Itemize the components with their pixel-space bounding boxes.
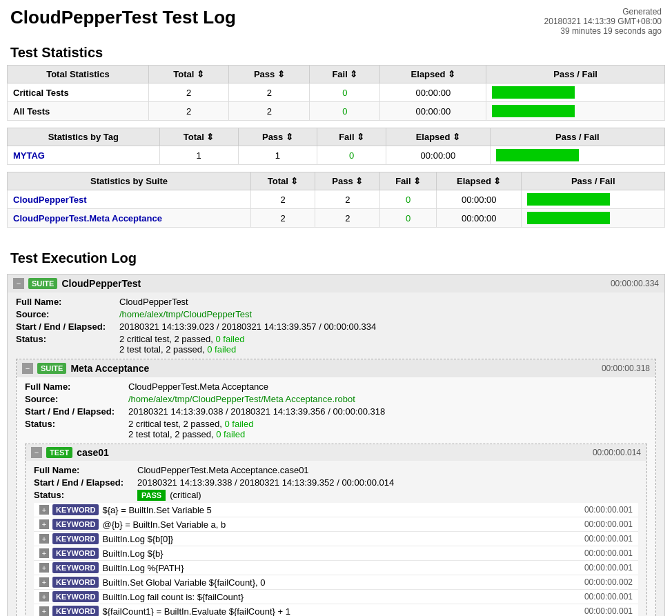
- suite-stats-table: Statistics by Suite Total ⇕ Pass ⇕ Fail …: [7, 172, 665, 228]
- row-total: 2: [250, 209, 315, 228]
- keyword-expand-btn[interactable]: +: [39, 563, 49, 573]
- keyword-row[interactable]: + KEYWORD BuiltIn.Log ${b} 00:00:00.001: [34, 546, 638, 561]
- row-name: MYTAG: [8, 146, 160, 165]
- nested-suite-status-value: 2 critical test, 2 passed, 0 failed 2 te…: [128, 419, 253, 439]
- keyword-left: + KEYWORD BuiltIn.Log fail count is: ${f…: [39, 591, 244, 602]
- keyword-expand-btn[interactable]: +: [39, 577, 49, 587]
- keyword-text: BuiltIn.Log fail count is: ${failCount}: [102, 592, 244, 602]
- keyword-left: + KEYWORD ${a} = BuiltIn.Set Variable 5: [39, 504, 212, 515]
- test-fullname-row: Full Name: CloudPepperTest.Meta Acceptan…: [34, 465, 638, 475]
- keyword-left: + KEYWORD BuiltIn.Log ${b[0]}: [39, 533, 173, 544]
- test-badge: TEST: [46, 447, 72, 458]
- test-status-label: Status:: [34, 490, 137, 500]
- nested-total-failed: 0 failed: [216, 429, 245, 439]
- nested-suite-header-left: − SUITE Meta Acceptance: [22, 363, 149, 374]
- nested-suite-collapse-btn[interactable]: −: [22, 363, 33, 374]
- total-stats-header: Total Statistics: [8, 66, 149, 83]
- outer-suite-header[interactable]: − SUITE CloudPepperTest 00:00:00.334: [8, 275, 664, 292]
- nested-elapsed-label: Start / End / Elapsed:: [25, 406, 128, 417]
- row-passfail-bar: [522, 209, 665, 228]
- row-passfail-bar: [486, 83, 665, 102]
- test-statistics-title: Test Statistics: [0, 39, 672, 65]
- keyword-row[interactable]: + KEYWORD ${failCount1} = BuiltIn.Evalua…: [34, 604, 638, 616]
- table-row: CloudPepperTest 2 2 0 00:00:00: [8, 190, 665, 209]
- nested-suite-fullname-value: CloudPepperTest.Meta Acceptance: [128, 381, 268, 392]
- test-collapse-btn[interactable]: −: [31, 447, 42, 458]
- keyword-left: + KEYWORD @{b} = BuiltIn.Set Variable a,…: [39, 519, 226, 530]
- total-stats-table: Total Statistics Total ⇕ Pass ⇕ Fail ⇕ E…: [7, 65, 665, 121]
- table-row: CloudPepperTest.Meta Acceptance 2 2 0 00…: [8, 209, 665, 228]
- keyword-time: 00:00:00.001: [584, 548, 633, 558]
- outer-suite-name: CloudPepperTest: [61, 278, 141, 289]
- keyword-expand-btn[interactable]: +: [39, 534, 49, 544]
- keyword-row[interactable]: + KEYWORD BuiltIn.Log ${b[0]} 00:00:00.0…: [34, 532, 638, 546]
- row-passfail-bar: [490, 146, 664, 165]
- generated-datetime: 20180321 14:13:39 GMT+08:00: [544, 17, 662, 26]
- fullname-label: Full Name:: [16, 297, 119, 307]
- outer-suite-source-link[interactable]: /home/alex/tmp/CloudPepperTest: [119, 309, 252, 319]
- row-elapsed: 00:00:00: [437, 209, 522, 228]
- keyword-time: 00:00:00.001: [584, 592, 633, 602]
- outer-suite-block: − SUITE CloudPepperTest 00:00:00.334 Ful…: [7, 274, 665, 616]
- keyword-text: BuiltIn.Log %{PATH}: [102, 563, 184, 573]
- outer-suite-collapse-btn[interactable]: −: [13, 278, 24, 289]
- row-elapsed: 00:00:00: [437, 190, 522, 209]
- tag-link[interactable]: MYTAG: [13, 150, 45, 161]
- keyword-expand-btn[interactable]: +: [39, 519, 49, 529]
- keyword-badge: KEYWORD: [52, 562, 99, 573]
- keyword-badge: KEYWORD: [52, 519, 99, 530]
- keyword-expand-btn[interactable]: +: [39, 592, 49, 602]
- suite-link[interactable]: CloudPepperTest: [13, 195, 87, 205]
- stats-container: Total Statistics Total ⇕ Pass ⇕ Fail ⇕ E…: [0, 65, 672, 245]
- keyword-left: + KEYWORD BuiltIn.Log ${b}: [39, 548, 164, 559]
- keyword-time: 00:00:00.002: [584, 577, 633, 587]
- pass-bar: [496, 149, 579, 161]
- outer-suite-body: Full Name: CloudPepperTest Source: /home…: [8, 292, 664, 616]
- row-total: 2: [250, 190, 315, 209]
- nested-status-label: Status:: [25, 419, 128, 429]
- keyword-row[interactable]: + KEYWORD BuiltIn.Set Global Variable ${…: [34, 575, 638, 590]
- pass-bar: [527, 212, 610, 224]
- table-row: MYTAG 1 1 0 00:00:00: [8, 146, 665, 165]
- outer-suite-total-failed: 0 failed: [207, 344, 236, 355]
- pass-bar: [492, 86, 575, 99]
- generated-ago: 39 minutes 19 seconds ago: [544, 26, 662, 36]
- keyword-text: BuiltIn.Log ${b}: [102, 548, 163, 559]
- keyword-expand-btn[interactable]: +: [39, 606, 49, 616]
- keyword-row[interactable]: + KEYWORD BuiltIn.Log fail count is: ${f…: [34, 590, 638, 604]
- pass-bar: [492, 105, 575, 117]
- row-name: Critical Tests: [8, 83, 149, 102]
- keyword-badge: KEYWORD: [52, 504, 99, 515]
- row-name: CloudPepperTest.Meta Acceptance: [8, 209, 251, 228]
- row-pass: 2: [229, 102, 310, 121]
- nested-suite-time: 00:00:00.318: [602, 364, 650, 373]
- pass-col-header: Pass ⇕: [229, 66, 310, 83]
- nested-suite-name: Meta Acceptance: [70, 363, 149, 374]
- test-case-header[interactable]: − TEST case01 00:00:00.014: [26, 444, 646, 461]
- keyword-expand-btn[interactable]: +: [39, 548, 49, 558]
- keyword-expand-btn[interactable]: +: [39, 505, 49, 515]
- test-case-body: Full Name: CloudPepperTest.Meta Acceptan…: [26, 461, 646, 616]
- outer-suite-fullname-row: Full Name: CloudPepperTest: [16, 297, 656, 307]
- fail-col-header: Fail ⇕: [310, 66, 380, 83]
- keyword-badge: KEYWORD: [52, 548, 99, 559]
- nested-suite-source-link[interactable]: /home/alex/tmp/CloudPepperTest/Meta Acce…: [128, 394, 355, 404]
- row-passfail-bar: [522, 190, 665, 209]
- row-name: All Tests: [8, 102, 149, 121]
- keyword-row[interactable]: + KEYWORD @{b} = BuiltIn.Set Variable a,…: [34, 517, 638, 532]
- keyword-row[interactable]: + KEYWORD ${a} = BuiltIn.Set Variable 5 …: [34, 503, 638, 517]
- tag-stats-table: Statistics by Tag Total ⇕ Pass ⇕ Fail ⇕ …: [7, 128, 665, 165]
- status-label: Status:: [16, 334, 119, 344]
- test-elapsed-row: Start / End / Elapsed: 20180321 14:13:39…: [34, 477, 638, 488]
- keywords-container: + KEYWORD ${a} = BuiltIn.Set Variable 5 …: [34, 503, 638, 616]
- test-case-block: − TEST case01 00:00:00.014 Full Name: Cl…: [25, 444, 647, 616]
- keyword-text: ${a} = BuiltIn.Set Variable 5: [102, 505, 211, 515]
- suite-link[interactable]: CloudPepperTest.Meta Acceptance: [13, 213, 162, 223]
- row-pass: 2: [229, 83, 310, 102]
- total-col-header: Total ⇕: [148, 66, 229, 83]
- row-total: 2: [148, 83, 229, 102]
- test-elapsed-value: 20180321 14:13:39.338 / 20180321 14:13:3…: [137, 477, 394, 488]
- nested-suite-header[interactable]: − SUITE Meta Acceptance 00:00:00.318: [17, 359, 655, 377]
- keyword-row[interactable]: + KEYWORD BuiltIn.Log %{PATH} 00:00:00.0…: [34, 561, 638, 575]
- outer-suite-status-row: Status: 2 critical test, 2 passed, 0 fai…: [16, 334, 656, 355]
